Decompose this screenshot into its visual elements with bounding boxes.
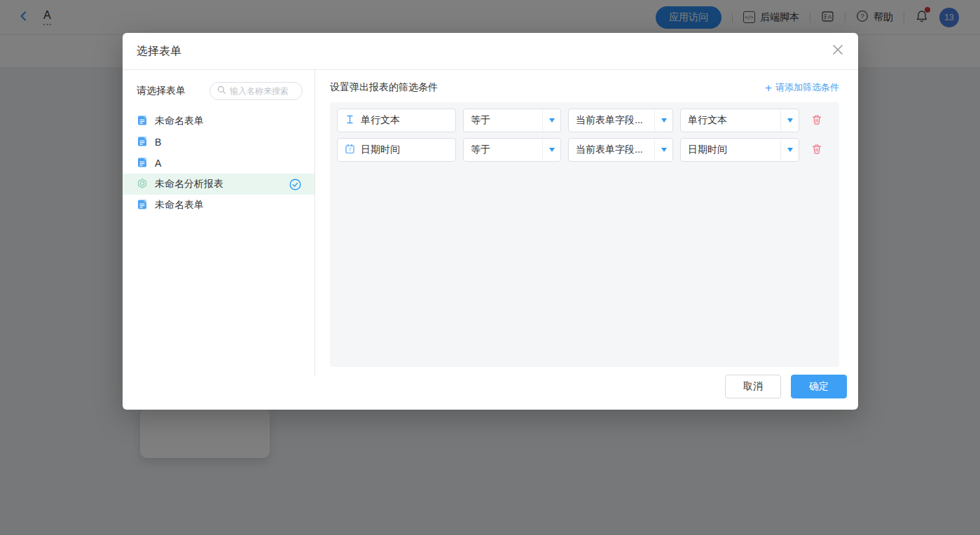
field-name-box[interactable]: 7 日期时间 xyxy=(337,138,456,162)
list-item-form[interactable]: A xyxy=(123,153,315,174)
modal-footer: 取消 确定 xyxy=(725,375,847,398)
cancel-button[interactable]: 取消 xyxy=(725,375,781,398)
trash-icon xyxy=(811,114,822,127)
calendar-datetime-icon: 7 xyxy=(345,144,355,156)
document-icon xyxy=(137,199,148,212)
form-search[interactable] xyxy=(209,82,303,100)
search-icon xyxy=(217,85,226,97)
modal-title: 选择表单 xyxy=(137,44,181,59)
source-value: 当前表单字段... xyxy=(569,144,654,156)
form-list: 未命名表单 B A 未 xyxy=(123,111,315,216)
form-name: 未命名分析报表 xyxy=(155,178,223,190)
field-name: 日期时间 xyxy=(361,144,400,156)
add-filter-label: 请添加筛选条件 xyxy=(775,81,839,94)
single-line-text-icon xyxy=(345,114,355,127)
modal-header: 选择表单 xyxy=(123,33,858,70)
list-item-form[interactable]: B xyxy=(123,132,315,153)
list-item-form[interactable]: 未命名表单 xyxy=(123,195,315,216)
chevron-down-icon xyxy=(654,139,672,161)
chevron-down-icon xyxy=(542,139,560,161)
value-value: 单行文本 xyxy=(681,114,780,127)
source-select[interactable]: 当前表单字段... xyxy=(568,138,673,162)
form-name: A xyxy=(155,158,161,169)
document-icon xyxy=(137,115,148,128)
chevron-down-icon xyxy=(780,139,799,161)
source-value: 当前表单字段... xyxy=(569,114,654,127)
field-name: 单行文本 xyxy=(361,114,400,127)
close-button[interactable] xyxy=(831,43,844,59)
search-input[interactable] xyxy=(230,86,296,96)
filter-conditions-container: 单行文本 等于 当前表单字段... 单行文本 xyxy=(330,102,839,367)
add-filter-link[interactable]: + 请添加筛选条件 xyxy=(765,81,839,94)
form-list-label: 请选择表单 xyxy=(137,85,186,97)
form-list-panel: 请选择表单 未命名表单 xyxy=(123,70,315,376)
trash-icon xyxy=(811,144,822,157)
check-circle-icon xyxy=(289,179,301,190)
delete-filter-button[interactable] xyxy=(811,114,822,127)
chevron-down-icon xyxy=(542,109,560,132)
form-name: B xyxy=(155,137,161,148)
select-form-modal: 选择表单 请选择表单 xyxy=(123,33,858,410)
field-name-box[interactable]: 单行文本 xyxy=(337,109,456,132)
plus-icon: + xyxy=(765,83,772,92)
report-icon xyxy=(137,178,148,191)
document-icon xyxy=(137,136,148,149)
filter-panel: 设置弹出报表的筛选条件 + 请添加筛选条件 单行文本 等于 xyxy=(315,70,858,376)
document-icon xyxy=(137,157,148,170)
value-select[interactable]: 单行文本 xyxy=(680,109,799,132)
form-name: 未命名表单 xyxy=(155,115,204,127)
filter-panel-title: 设置弹出报表的筛选条件 xyxy=(330,81,438,94)
source-select[interactable]: 当前表单字段... xyxy=(568,109,673,132)
list-item-report-selected[interactable]: 未命名分析报表 xyxy=(123,174,315,195)
filter-row: 7 日期时间 等于 当前表单字段... 日期时间 xyxy=(337,138,832,162)
close-icon xyxy=(831,43,844,59)
value-value: 日期时间 xyxy=(681,144,780,156)
delete-filter-button[interactable] xyxy=(811,144,822,157)
list-item-form[interactable]: 未命名表单 xyxy=(123,111,315,132)
value-select[interactable]: 日期时间 xyxy=(680,138,799,162)
operator-value: 等于 xyxy=(464,114,542,127)
confirm-button[interactable]: 确定 xyxy=(791,375,847,398)
chevron-down-icon xyxy=(654,109,672,132)
svg-text:7: 7 xyxy=(348,147,351,152)
filter-row: 单行文本 等于 当前表单字段... 单行文本 xyxy=(337,109,832,132)
operator-value: 等于 xyxy=(464,144,542,156)
chevron-down-icon xyxy=(780,109,799,132)
operator-select[interactable]: 等于 xyxy=(463,138,561,162)
form-name: 未命名表单 xyxy=(155,199,204,211)
operator-select[interactable]: 等于 xyxy=(463,109,561,132)
